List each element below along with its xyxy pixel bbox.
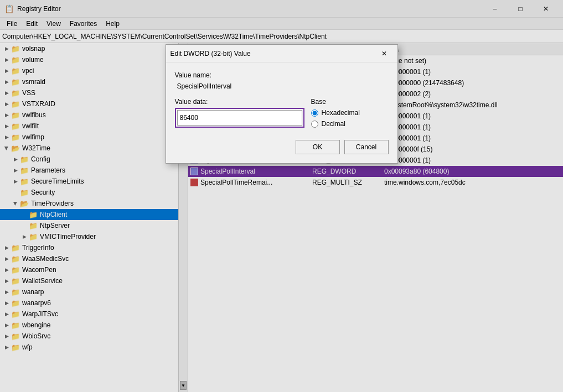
decimal-radio[interactable] [311,121,318,128]
value-data-row: Value data: Base Hexadecimal Decimal [175,98,389,131]
hexadecimal-label: Hexadecimal [322,109,360,117]
value-data-section: Value data: [175,98,304,128]
hexadecimal-option[interactable]: Hexadecimal [311,109,389,117]
value-name-display: SpecialPollInterval [175,81,389,91]
dialog-body: Value name: SpecialPollInterval Value da… [166,62,397,163]
value-data-input[interactable] [177,110,302,126]
dialog-buttons: OK Cancel [175,140,389,154]
cancel-button[interactable]: Cancel [344,140,389,154]
edit-dword-dialog: Edit DWORD (32-bit) Value ✕ Value name: … [166,44,398,164]
ok-button[interactable]: OK [296,140,340,154]
dialog-title: Edit DWORD (32-bit) Value [171,50,375,58]
decimal-option[interactable]: Decimal [311,120,389,128]
hexadecimal-radio[interactable] [311,109,318,117]
dialog-close-button[interactable]: ✕ [375,47,393,60]
value-data-input-wrapper [175,108,304,128]
dialog-overlay: Edit DWORD (32-bit) Value ✕ Value name: … [0,0,563,392]
dialog-title-bar: Edit DWORD (32-bit) Value ✕ [166,45,397,62]
value-name-label: Value name: [175,71,389,79]
base-label: Base [311,98,389,106]
value-data-label: Value data: [175,98,304,106]
decimal-label: Decimal [322,120,345,128]
base-section: Base Hexadecimal Decimal [311,98,389,131]
